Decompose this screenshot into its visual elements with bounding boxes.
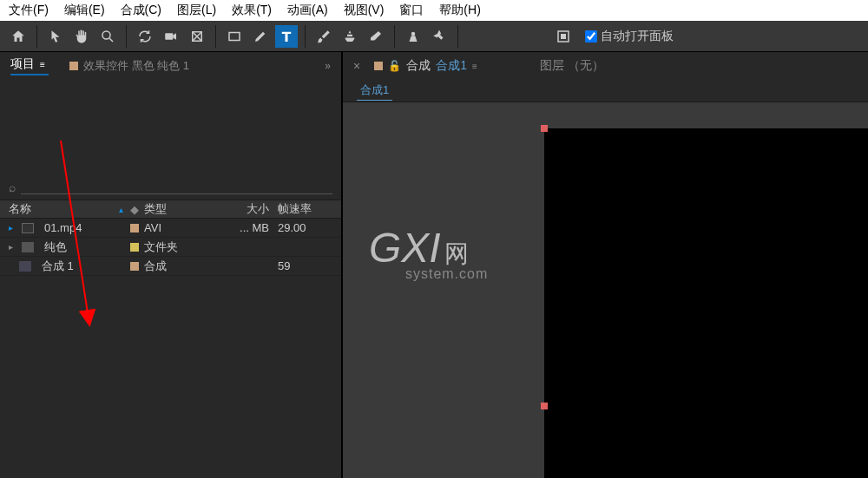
eraser-tool-icon[interactable] xyxy=(365,25,387,48)
effect-swatch-icon xyxy=(69,62,78,70)
tab-project[interactable]: 项目 ≡ xyxy=(10,56,49,75)
lock-icon[interactable]: 🔓 xyxy=(388,60,401,72)
selection-tool-icon[interactable] xyxy=(44,25,67,48)
menu-composition[interactable]: 合成(C) xyxy=(121,3,161,18)
roto-brush-tool-icon[interactable] xyxy=(402,25,424,48)
menu-edit[interactable]: 编辑(E) xyxy=(64,3,105,18)
svg-rect-3 xyxy=(229,32,240,40)
rectangle-tool-icon[interactable] xyxy=(223,25,246,48)
col-header-name[interactable]: 名称 ▴ xyxy=(0,201,130,217)
svg-point-4 xyxy=(411,31,416,36)
tab-effect-controls[interactable]: 效果控件 黑色 纯色 1 xyxy=(69,58,189,74)
panel-overflow-icon[interactable]: » xyxy=(325,60,331,72)
composition-canvas[interactable] xyxy=(544,128,868,478)
zoom-tool-icon[interactable] xyxy=(96,25,119,48)
watermark: GXI网 system.com xyxy=(369,224,488,282)
orbit-tool-icon[interactable] xyxy=(134,25,156,48)
comp-swatch-icon xyxy=(374,62,383,70)
type-swatch-icon xyxy=(130,224,139,232)
comp-label: 合成 xyxy=(406,58,431,74)
svg-rect-1 xyxy=(165,33,173,40)
row-size: ... MB xyxy=(217,221,278,234)
row-name: 01.mp4 xyxy=(44,221,82,234)
panel-menu-icon[interactable]: ≡ xyxy=(40,60,49,69)
row-fps: 29.00 xyxy=(278,221,330,234)
comp-name: 合成1 xyxy=(436,58,467,74)
project-table: 名称 ▴ ◆ 类型 大小 帧速率 ▸ 01.mp4 xyxy=(0,200,341,276)
col-header-fps[interactable]: 帧速率 xyxy=(278,201,330,217)
menu-window[interactable]: 窗口 xyxy=(399,3,424,18)
row-type: AVI xyxy=(144,221,161,234)
menu-help[interactable]: 帮助(H) xyxy=(439,3,480,18)
table-row[interactable]: ▸ 01.mp4 AVI ... MB 29.00 xyxy=(0,219,341,238)
search-icon: ⌕ xyxy=(9,180,16,194)
auto-open-panel-checkbox[interactable]: 自动打开面板 xyxy=(585,29,674,44)
video-file-icon xyxy=(22,223,34,233)
close-tab-icon[interactable]: × xyxy=(353,59,360,73)
row-type: 合成 xyxy=(144,259,167,274)
row-name: 纯色 xyxy=(44,239,67,255)
row-type: 文件夹 xyxy=(144,239,178,255)
menu-animation[interactable]: 动画(A) xyxy=(287,3,328,18)
clone-stamp-tool-icon[interactable] xyxy=(339,25,361,48)
tag-icon: ◆ xyxy=(130,203,139,216)
composition-viewer[interactable]: GXI网 system.com xyxy=(343,102,868,478)
table-row[interactable]: ▸ 纯色 文件夹 xyxy=(0,238,341,257)
svg-rect-6 xyxy=(562,34,566,38)
tab-effect-label: 效果控件 黑色 纯色 1 xyxy=(83,58,189,74)
puppet-tool-icon[interactable] xyxy=(428,25,450,48)
pen-tool-icon[interactable] xyxy=(249,25,272,48)
menu-file[interactable]: 文件(F) xyxy=(9,3,49,18)
transform-handle-icon[interactable] xyxy=(541,403,548,409)
type-swatch-icon xyxy=(130,243,139,252)
menu-view[interactable]: 视图(V) xyxy=(344,3,385,18)
hand-tool-icon[interactable] xyxy=(70,25,93,48)
expand-icon[interactable]: ▸ xyxy=(9,242,13,252)
toolbar: 自动打开面板 xyxy=(0,21,868,52)
auto-open-checkbox-input[interactable] xyxy=(585,30,597,43)
svg-point-0 xyxy=(102,31,110,39)
menu-layer[interactable]: 图层(L) xyxy=(177,3,216,18)
transform-handle-icon[interactable] xyxy=(541,125,548,132)
camera-tool-icon[interactable] xyxy=(160,25,182,48)
menu-bar: 文件(F) 编辑(E) 合成(C) 图层(L) 效果(T) 动画(A) 视图(V… xyxy=(0,0,868,21)
project-panel: 项目 ≡ 效果控件 黑色 纯色 1 » ⌕ xyxy=(0,52,343,478)
row-fps: 59 xyxy=(278,259,330,272)
col-header-type[interactable]: ◆ 类型 xyxy=(130,201,217,217)
auto-open-label: 自动打开面板 xyxy=(601,29,674,44)
tab-project-label: 项目 xyxy=(10,56,35,72)
tab-composition-viewer[interactable]: 🔓 合成 合成1 ≡ xyxy=(374,58,477,74)
project-search-input[interactable] xyxy=(21,180,332,194)
flowchart-tab[interactable]: 合成1 xyxy=(357,81,392,101)
text-tool-icon[interactable] xyxy=(275,25,298,48)
brush-tool-icon[interactable] xyxy=(312,25,335,48)
pan-behind-tool-icon[interactable] xyxy=(186,25,208,48)
folder-icon xyxy=(22,242,34,252)
snapping-icon[interactable] xyxy=(552,25,575,48)
composition-panel: × 🔓 合成 合成1 ≡ 图层 （无） 合成1 GXI网 system.com xyxy=(343,52,868,478)
home-tool-icon[interactable] xyxy=(7,25,30,48)
type-swatch-icon xyxy=(130,262,139,271)
panel-menu-icon[interactable]: ≡ xyxy=(472,62,477,71)
layer-label: 图层 （无） xyxy=(540,58,604,74)
play-indicator-icon: ▸ xyxy=(9,223,13,232)
menu-effect[interactable]: 效果(T) xyxy=(232,3,272,18)
composition-icon xyxy=(19,261,31,272)
table-row[interactable]: 合成 1 合成 59 xyxy=(0,257,341,276)
sort-arrow-icon: ▴ xyxy=(119,205,123,214)
col-header-size[interactable]: 大小 xyxy=(217,201,278,217)
row-name: 合成 1 xyxy=(42,259,74,274)
